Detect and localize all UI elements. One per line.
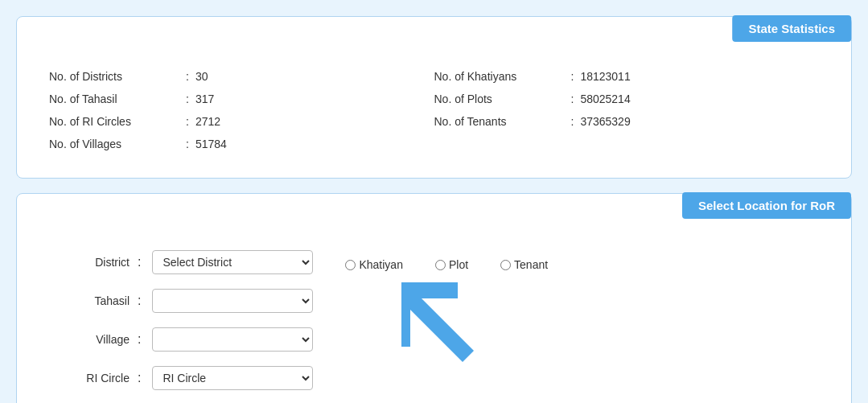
district-row: District : Select District [65,250,313,274]
stat-colon-tenants: : [571,115,574,128]
stat-row-tahasil: No. of Tahasil : 317 [49,88,434,110]
radio-plot[interactable]: Plot [435,258,468,271]
stat-value-ri-circles: 2712 [195,115,220,128]
stat-row-plots: No. of Plots : 58025214 [434,88,820,110]
stat-row-khatiyans: No. of Khatiyans : 18123011 [434,65,820,88]
radio-plot-input[interactable] [435,260,446,270]
village-row: Village : [65,327,313,352]
stat-label-districts: No. of Districts [49,70,186,83]
stat-row-villages: No. of Villages : 51784 [49,133,434,155]
stat-value-villages: 51784 [195,138,227,150]
arrow-indicator [393,274,490,374]
stat-colon-ri-circles: : [186,115,189,128]
radio-tenant-input[interactable] [500,260,511,270]
radio-khatiyan-label: Khatiyan [359,258,402,271]
stat-value-tahasil: 317 [195,93,214,105]
tahasil-colon: : [138,294,141,308]
stat-label-tahasil: No. of Tahasil [49,93,186,105]
stat-label-khatiyans: No. of Khatiyans [434,70,571,83]
stat-value-khatiyans: 18123011 [580,70,630,83]
stat-label-ri-circles: No. of RI Circles [49,115,186,128]
radio-group: Khatiyan Plot Tenant [345,258,803,271]
tahasil-row: Tahasil : [65,289,313,313]
stat-colon-tahasil: : [186,93,189,105]
stat-row-empty [434,133,820,155]
tahasil-select[interactable] [152,289,313,313]
stat-colon-khatiyans: : [571,70,574,83]
stat-label-villages: No. of Villages [49,138,186,150]
radio-tenant[interactable]: Tenant [500,258,548,271]
ri-circle-colon: : [138,371,141,385]
stat-row-ri-circles: No. of RI Circles : 2712 [49,110,434,133]
radio-plot-label: Plot [449,258,468,271]
stat-colon-districts: : [186,70,189,83]
form-right: Khatiyan Plot Tenant [345,250,803,390]
stat-colon-villages: : [186,138,189,150]
tahasil-label: Tahasil [65,294,130,307]
village-select[interactable] [152,327,313,352]
stat-row-tenants: No. of Tenants : 37365329 [434,110,820,133]
form-area: District : Select District Tahasil : Vil… [17,234,851,398]
stat-value-plots: 58025214 [580,93,630,105]
village-colon: : [138,332,141,347]
radio-khatiyan[interactable]: Khatiyan [345,258,402,271]
village-label: Village [65,333,130,346]
ri-circle-row: RI Circle : RI Circle [65,366,313,390]
state-statistics-card: State Statistics No. of Districts : 30 N… [16,16,852,179]
district-label: District [65,256,130,269]
stat-value-tenants: 37365329 [580,115,630,128]
location-title: Select Location for RoR [682,192,851,219]
stat-colon-plots: : [571,93,574,105]
stat-row-districts: No. of Districts : 30 [49,65,434,88]
ri-circle-select[interactable]: RI Circle [152,366,313,390]
arrow-svg-icon [393,274,490,371]
radio-tenant-label: Tenant [514,258,548,271]
district-colon: : [138,255,141,269]
district-select[interactable]: Select District [152,250,313,274]
radio-khatiyan-input[interactable] [345,260,356,270]
stats-grid: No. of Districts : 30 No. of Khatiyans :… [17,57,851,163]
state-statistics-title: State Statistics [732,15,851,42]
form-left: District : Select District Tahasil : Vil… [65,250,313,390]
stat-label-plots: No. of Plots [434,93,571,105]
stat-value-districts: 30 [195,70,208,83]
stat-label-tenants: No. of Tenants [434,115,571,128]
location-card: Select Location for RoR District : Selec… [16,193,852,403]
ri-circle-label: RI Circle [65,372,130,384]
